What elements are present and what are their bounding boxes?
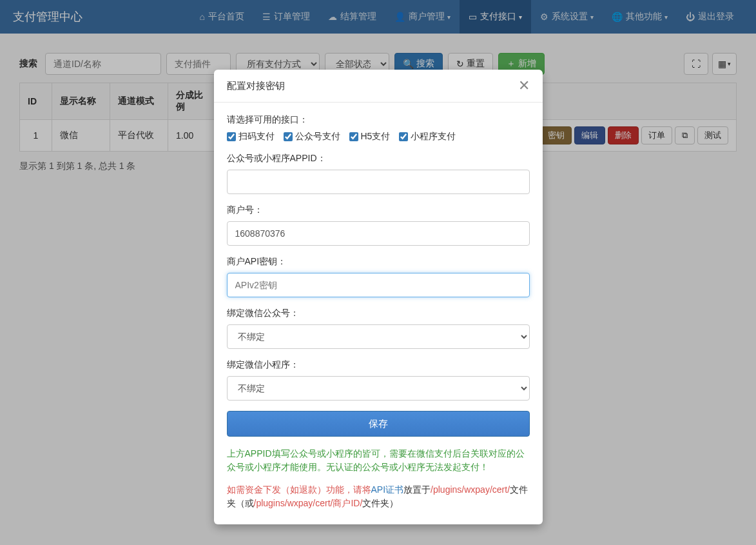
modal-close-button[interactable]: ✕: [518, 79, 530, 93]
checkbox-h5[interactable]: H5支付: [349, 131, 391, 143]
interface-label: 请选择可用的接口：: [227, 114, 530, 126]
checkbox-mp[interactable]: 公众号支付: [284, 131, 340, 143]
checkbox-qrcode[interactable]: 扫码支付: [227, 131, 275, 143]
checkbox-miniprogram-input[interactable]: [399, 132, 408, 141]
appid-input[interactable]: [227, 170, 530, 172]
appid-label: 公众号或小程序APPID：: [227, 153, 530, 164]
checkbox-qrcode-input[interactable]: [227, 132, 236, 141]
checkbox-h5-input[interactable]: [349, 132, 358, 141]
interface-checkboxes: 扫码支付 公众号支付 H5支付 小程序支付: [227, 131, 530, 143]
modal-title: 配置对接密钥: [227, 80, 285, 92]
checkbox-mp-input[interactable]: [284, 132, 293, 141]
checkbox-miniprogram[interactable]: 小程序支付: [399, 131, 456, 143]
modal-header: 配置对接密钥 ✕: [214, 70, 543, 103]
close-icon: ✕: [518, 77, 530, 94]
modal-body: 请选择可用的接口： 扫码支付 公众号支付 H5支付 小程序支付 公众号或小程序A…: [214, 103, 543, 172]
config-modal: 配置对接密钥 ✕ 请选择可用的接口： 扫码支付 公众号支付 H5支付 小程序支付…: [214, 70, 543, 172]
